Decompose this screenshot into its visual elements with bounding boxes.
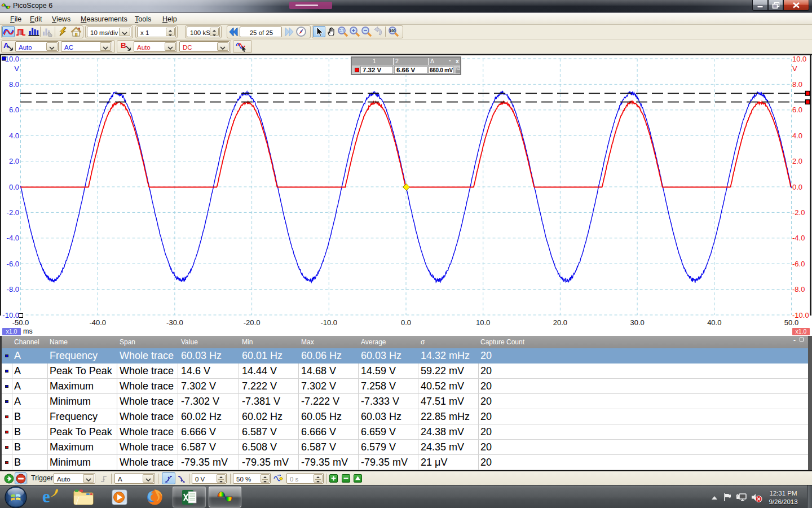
- svg-text:0.0: 0.0: [9, 183, 19, 191]
- svg-text:-30.0: -30.0: [166, 318, 183, 327]
- svg-text:50.0: 50.0: [784, 318, 798, 327]
- svg-text:e: e: [42, 488, 50, 506]
- svg-text:0.0: 0.0: [792, 183, 802, 191]
- svg-text:10.0: 10.0: [476, 318, 490, 327]
- svg-text:-6.0: -6.0: [792, 260, 805, 268]
- svg-text:-40.0: -40.0: [89, 318, 106, 327]
- svg-text:-2.0: -2.0: [7, 208, 19, 217]
- svg-text:-8.0: -8.0: [792, 285, 805, 294]
- svg-text:100: 100: [390, 29, 396, 33]
- svg-text:-6.0: -6.0: [7, 260, 19, 268]
- svg-text:-10.0: -10.0: [320, 318, 337, 327]
- svg-text:2.0: 2.0: [9, 157, 19, 165]
- svg-text:-4.0: -4.0: [792, 234, 805, 242]
- svg-text:30.0: 30.0: [630, 318, 644, 327]
- svg-text:V: V: [14, 64, 19, 73]
- svg-text:-50.0: -50.0: [12, 318, 29, 327]
- svg-text:2.0: 2.0: [792, 157, 802, 165]
- svg-text:-4.0: -4.0: [7, 234, 19, 242]
- svg-text:4.0: 4.0: [9, 132, 19, 140]
- svg-text:-2.0: -2.0: [792, 208, 805, 217]
- svg-text:10.0: 10.0: [792, 55, 806, 63]
- svg-text:-8.0: -8.0: [7, 285, 19, 294]
- svg-text:6.0: 6.0: [792, 106, 802, 114]
- svg-text:6.0: 6.0: [9, 106, 19, 114]
- svg-text:0.0: 0.0: [401, 318, 411, 327]
- svg-text:-20.0: -20.0: [244, 318, 261, 327]
- svg-text:4.0: 4.0: [792, 132, 802, 140]
- svg-text:20.0: 20.0: [553, 318, 567, 327]
- svg-text:8.0: 8.0: [792, 80, 802, 89]
- svg-text:8.0: 8.0: [9, 80, 19, 89]
- svg-text:40.0: 40.0: [707, 318, 721, 327]
- svg-text:10.0: 10.0: [5, 55, 19, 63]
- svg-text:V: V: [792, 64, 797, 73]
